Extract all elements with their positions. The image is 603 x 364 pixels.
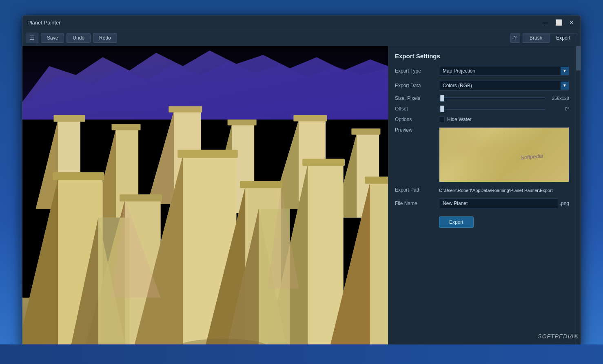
size-pixels-label: Size, Pixels xyxy=(395,95,436,101)
svg-rect-15 xyxy=(168,106,202,112)
undo-button[interactable]: Undo xyxy=(67,33,91,43)
export-data-row: Export Data Colors (RGB) ▼ xyxy=(395,81,569,90)
file-name-control: .png xyxy=(439,199,569,208)
tab-brush[interactable]: Brush xyxy=(523,33,549,43)
right-panel: Export Settings Export Type Map Projecti… xyxy=(388,46,576,349)
export-type-arrow-icon: ▼ xyxy=(561,67,569,75)
preview-canvas: Softpedia xyxy=(439,128,569,182)
svg-rect-39 xyxy=(177,150,238,158)
preview-texture: Softpedia xyxy=(439,128,569,182)
preview-control: Softpedia xyxy=(439,127,569,182)
export-type-dropdown[interactable]: Map Projection ▼ xyxy=(439,66,569,76)
preview-watermark: Softpedia xyxy=(520,153,543,161)
svg-rect-43 xyxy=(240,181,282,188)
export-path-row: Export Path C:\Users\Robert\AppData\Roam… xyxy=(395,187,569,194)
planet-scene xyxy=(22,46,388,349)
offset-slider-thumb[interactable] xyxy=(440,106,444,112)
panel-content: Export Settings Export Type Map Projecti… xyxy=(388,46,576,234)
offset-label: Offset xyxy=(395,106,436,112)
titlebar-controls: — ⬜ ✕ xyxy=(541,18,576,26)
export-path-label: Export Path xyxy=(395,187,436,193)
export-data-arrow-icon: ▼ xyxy=(561,82,569,90)
svg-rect-35 xyxy=(120,194,162,201)
scrollbar-thumb[interactable] xyxy=(576,46,581,71)
svg-rect-11 xyxy=(112,124,141,130)
preview-container: Softpedia xyxy=(439,127,569,182)
export-type-label: Export Type xyxy=(395,68,436,74)
scrollbar-track[interactable] xyxy=(576,46,581,349)
export-type-value: Map Projection xyxy=(443,68,559,74)
app-window: Planet Painter — ⬜ ✕ ☰ Save Undo Redo ? … xyxy=(22,15,581,349)
export-type-row: Export Type Map Projection ▼ xyxy=(395,66,569,76)
export-data-label: Export Data xyxy=(395,83,436,88)
export-type-control: Map Projection ▼ xyxy=(439,66,569,76)
file-name-label: File Name xyxy=(395,201,436,206)
tab-export[interactable]: Export xyxy=(549,33,577,43)
svg-marker-50 xyxy=(370,182,388,349)
options-label: Options xyxy=(395,117,436,122)
export-data-dropdown[interactable]: Colors (RGB) ▼ xyxy=(439,81,569,90)
offset-slider-track[interactable] xyxy=(439,108,545,110)
file-name-row: File Name .png xyxy=(395,199,569,208)
svg-rect-23 xyxy=(293,115,327,121)
offset-value: 0° xyxy=(549,106,569,111)
viewport[interactable] xyxy=(22,46,388,349)
svg-rect-7 xyxy=(53,115,84,121)
terrain-svg xyxy=(22,46,388,349)
export-path-value: C:\Users\Robert\AppData\Roaming\Planet P… xyxy=(439,188,553,193)
export-data-value: Colors (RGB) xyxy=(443,83,559,88)
svg-rect-19 xyxy=(228,119,257,125)
window-title: Planet Painter xyxy=(27,20,61,26)
redo-button[interactable]: Redo xyxy=(93,33,117,43)
maximize-button[interactable]: ⬜ xyxy=(554,18,563,26)
options-row: Options Hide Water xyxy=(395,117,569,122)
svg-rect-27 xyxy=(351,128,380,135)
help-button[interactable]: ? xyxy=(510,33,520,43)
filename-ext: .png xyxy=(560,201,569,206)
filename-input[interactable] xyxy=(439,199,558,208)
tab-group: Brush Export xyxy=(523,33,577,43)
close-button[interactable]: ✕ xyxy=(568,18,576,26)
save-button[interactable]: Save xyxy=(41,33,64,43)
size-pixels-row: Size, Pixels 256x128 xyxy=(395,95,569,101)
main-content: Export Settings Export Type Map Projecti… xyxy=(22,46,581,349)
svg-rect-47 xyxy=(302,159,345,165)
size-pixels-slider-track[interactable] xyxy=(439,97,545,99)
svg-rect-31 xyxy=(53,172,104,180)
preview-row: Preview Softpedia xyxy=(395,127,569,182)
minimize-button[interactable]: — xyxy=(541,18,550,26)
panel-title: Export Settings xyxy=(395,53,569,60)
titlebar: Planet Painter — ⬜ ✕ xyxy=(22,15,581,30)
svg-marker-13 xyxy=(147,110,174,204)
preview-label: Preview xyxy=(395,127,436,133)
hide-water-row: Hide Water xyxy=(439,117,569,122)
hide-water-label[interactable]: Hide Water xyxy=(447,117,472,122)
offset-row: Offset 0° xyxy=(395,106,569,112)
export-button[interactable]: Export xyxy=(439,216,474,228)
options-control: Hide Water xyxy=(439,117,569,122)
offset-control: 0° xyxy=(439,106,569,111)
softpedia-watermark: SOFTPEDIA® xyxy=(538,333,579,340)
export-button-container: Export xyxy=(395,213,569,228)
menu-button[interactable]: ☰ xyxy=(26,33,38,43)
filename-row: .png xyxy=(439,199,569,208)
export-path-control: C:\Users\Robert\AppData\Roaming\Planet P… xyxy=(439,187,569,194)
svg-rect-51 xyxy=(365,176,388,183)
size-pixels-control: 256x128 xyxy=(439,96,569,101)
export-data-control: Colors (RGB) ▼ xyxy=(439,81,569,90)
size-pixels-value: 256x128 xyxy=(549,96,569,101)
taskbar xyxy=(0,344,603,364)
hide-water-checkbox[interactable] xyxy=(439,117,445,122)
toolbar: ☰ Save Undo Redo ? Brush Export xyxy=(22,30,581,46)
size-pixels-slider-thumb[interactable] xyxy=(440,95,444,101)
